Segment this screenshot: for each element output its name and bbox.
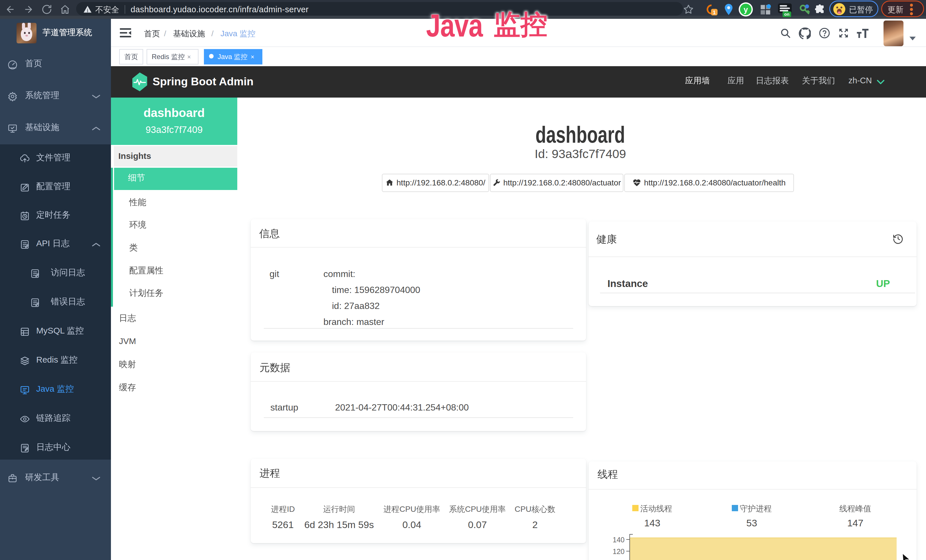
svg-text:on: on (784, 12, 790, 17)
svg-text:y: y (743, 5, 748, 14)
svg-text:1: 1 (713, 9, 716, 15)
